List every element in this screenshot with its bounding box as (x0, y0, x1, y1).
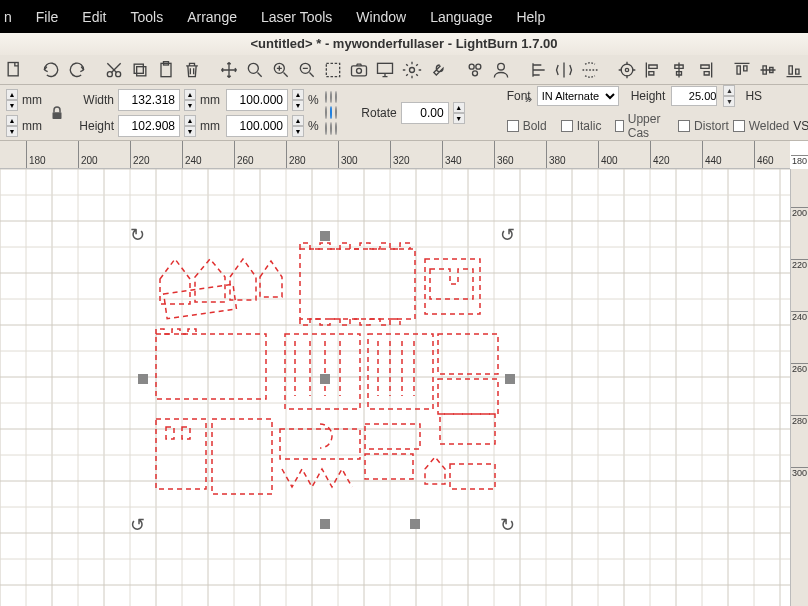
monitor-icon[interactable] (375, 58, 395, 82)
zoom-out-icon[interactable] (297, 58, 317, 82)
resize-handle[interactable] (410, 519, 420, 529)
font-height-label: Height (631, 89, 666, 103)
main-toolbar (0, 55, 808, 85)
ruler-tick: 380 (546, 141, 566, 169)
delete-icon[interactable] (182, 58, 202, 82)
menu-item-window[interactable]: Window (344, 9, 418, 25)
ruler-tick: 220 (791, 259, 808, 270)
settings-icon[interactable] (401, 58, 421, 82)
menu-item-arrange[interactable]: Arrange (175, 9, 249, 25)
height-field[interactable]: Height ▲▼ mm (72, 115, 220, 137)
properties-bar: ▲▼mm ▲▼mm Width ▲▼ mm Height ▲▼ mm ▲▼ % (0, 85, 808, 141)
canvas[interactable]: ↻ ↺ ↺ ↻ (0, 169, 790, 606)
align-right-icon[interactable] (695, 58, 715, 82)
align-top-icon[interactable] (732, 58, 752, 82)
lock-aspect-icon[interactable] (48, 98, 66, 128)
align-center-icon[interactable] (669, 58, 689, 82)
distort-checkbox[interactable]: Distort (678, 119, 729, 133)
align-left-icon[interactable] (643, 58, 663, 82)
resize-handle[interactable] (320, 374, 330, 384)
ruler-tick: 280 (286, 141, 306, 169)
hspace-label: HS (745, 89, 762, 103)
menu-item[interactable]: n (4, 9, 24, 25)
svg-rect-4 (134, 64, 143, 73)
ruler-horizontal: 1802002202402602803003203403603804004204… (0, 141, 790, 169)
copy-icon[interactable] (130, 58, 150, 82)
wrench-icon[interactable] (428, 58, 448, 82)
menu-item-language[interactable]: Language (418, 9, 504, 25)
ruler-tick: 400 (598, 141, 618, 169)
menu-item-edit[interactable]: Edit (70, 9, 118, 25)
marquee-icon[interactable] (323, 58, 343, 82)
menu-item-laser-tools[interactable]: Laser Tools (249, 9, 344, 25)
ypos-field[interactable]: ▲▼mm (6, 115, 42, 137)
rotate-field[interactable]: Rotate ▲▼ (349, 102, 465, 124)
ruler-tick: 180 (26, 141, 46, 169)
menu-item-file[interactable]: File (24, 9, 71, 25)
resize-handle[interactable] (320, 519, 330, 529)
expand-icon[interactable]: » (525, 91, 532, 106)
ruler-tick: 240 (791, 311, 808, 322)
ruler-tick: 340 (442, 141, 462, 169)
svg-point-7 (249, 63, 259, 73)
ruler-tick: 220 (130, 141, 150, 169)
welded-checkbox[interactable]: Welded (733, 119, 789, 133)
width-scale-field[interactable]: ▲▼ % (226, 89, 319, 111)
upper-checkbox[interactable]: Upper Cas (615, 112, 664, 140)
bold-checkbox[interactable]: Bold (507, 119, 547, 133)
align-bottom-icon[interactable] (784, 58, 804, 82)
width-field[interactable]: Width ▲▼ mm (72, 89, 220, 111)
zoom-fit-icon[interactable] (245, 58, 265, 82)
workspace: 1802002202402602803003203403603804004204… (0, 141, 808, 606)
height-scale-field[interactable]: ▲▼ % (226, 115, 319, 137)
camera-icon[interactable] (349, 58, 369, 82)
ruler-tick: 200 (78, 141, 98, 169)
ruler-tick: 180 (791, 155, 808, 166)
italic-checkbox[interactable]: Italic (561, 119, 602, 133)
ruler-vertical: 180200220240260280300 (790, 169, 808, 606)
ruler-tick: 320 (390, 141, 410, 169)
svg-point-18 (497, 63, 504, 70)
ruler-tick: 200 (791, 207, 808, 218)
rotate-handle-icon[interactable]: ↻ (500, 514, 515, 536)
menu-item-tools[interactable]: Tools (118, 9, 175, 25)
rotate-handle-icon[interactable]: ↺ (130, 514, 145, 536)
ruler-tick: 280 (791, 415, 808, 426)
ruler-tick: 260 (234, 141, 254, 169)
group-icon[interactable] (465, 58, 485, 82)
resize-handle[interactable] (320, 231, 330, 241)
paste-icon[interactable] (156, 58, 176, 82)
redo-icon[interactable] (67, 58, 87, 82)
ruler-tick: 420 (650, 141, 670, 169)
svg-rect-0 (8, 62, 18, 75)
xpos-field[interactable]: ▲▼mm (6, 89, 42, 111)
align-middle-icon[interactable] (758, 58, 778, 82)
svg-point-12 (357, 68, 362, 73)
zoom-in-icon[interactable] (271, 58, 291, 82)
ruler-tick: 300 (791, 467, 808, 478)
align-run-icon[interactable] (528, 58, 548, 82)
resize-handle[interactable] (505, 374, 515, 384)
rotate-handle-icon[interactable]: ↻ (130, 224, 145, 246)
user-icon[interactable] (491, 58, 511, 82)
ruler-tick: 300 (338, 141, 358, 169)
flip-v-icon[interactable] (580, 58, 600, 82)
rotate-handle-icon[interactable]: ↺ (500, 224, 515, 246)
anchor-grid[interactable] (325, 91, 337, 135)
svg-point-17 (472, 70, 477, 75)
cut-design[interactable] (0, 169, 790, 606)
ruler-tick: 360 (494, 141, 514, 169)
undo-icon[interactable] (41, 58, 61, 82)
font-family-select[interactable]: IN Alternate (537, 86, 619, 106)
svg-point-14 (409, 67, 414, 72)
new-doc-icon[interactable] (4, 58, 24, 82)
menu-bar: n File Edit Tools Arrange Laser Tools Wi… (0, 0, 808, 33)
flip-h-icon[interactable] (554, 58, 574, 82)
font-height-field[interactable] (671, 86, 717, 106)
svg-rect-3 (137, 66, 146, 75)
pan-icon[interactable] (219, 58, 239, 82)
cut-icon[interactable] (104, 58, 124, 82)
target-icon[interactable] (617, 58, 637, 82)
resize-handle[interactable] (138, 374, 148, 384)
menu-item-help[interactable]: Help (504, 9, 557, 25)
